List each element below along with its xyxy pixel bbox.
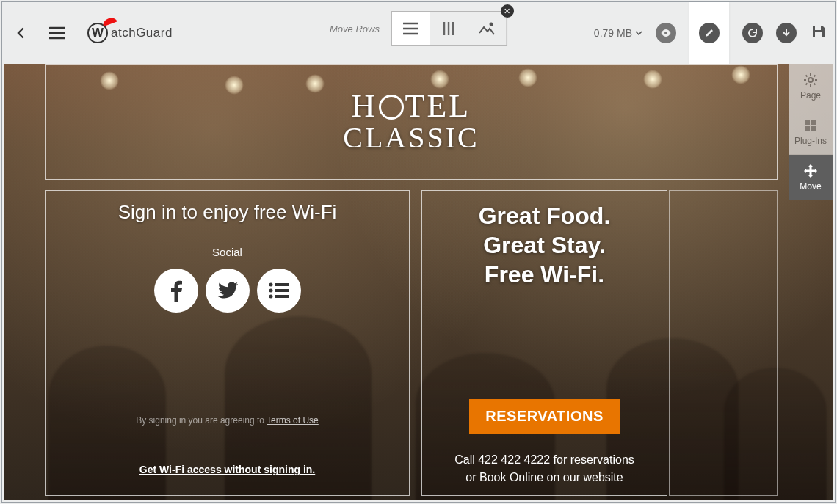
seg-columns[interactable] (430, 12, 468, 45)
refresh-button[interactable] (742, 23, 763, 43)
call-text: Call 422 422 4222 for reservations or Bo… (422, 451, 667, 486)
toolbar-right: 0.79 MB (594, 2, 827, 64)
seg-media[interactable] (468, 12, 507, 45)
agree-text: By signing in you are agreeing to Terms … (46, 415, 409, 426)
chevron-down-icon (635, 31, 642, 35)
hero-title: HTEL CLASSIC (343, 90, 479, 153)
menu-button[interactable] (46, 22, 68, 44)
hero-o-icon (379, 95, 404, 120)
svg-point-6 (269, 289, 272, 293)
promo-line-1: Great Food. (422, 201, 667, 230)
plugin-icon (803, 118, 818, 133)
promo-line-2: Great Stay. (422, 230, 667, 260)
page-size-dropdown[interactable]: 0.79 MB (594, 27, 642, 39)
svg-rect-11 (805, 120, 810, 125)
svg-point-8 (269, 295, 272, 299)
bypass-link[interactable]: Get Wi-Fi access without signing in. (46, 464, 409, 475)
editor-toolbar: W atchGuard Move Rows ✕ 0.79 MB (2, 2, 835, 64)
side-plugins[interactable]: Plug-Ins (789, 109, 833, 155)
hero-line2: CLASSIC (343, 123, 479, 153)
svg-rect-2 (815, 26, 821, 30)
toolbar-center: Move Rows ✕ (330, 11, 507, 46)
facebook-button[interactable] (154, 269, 198, 313)
signin-block[interactable]: Sign in to enjoy free Wi-Fi Social By si… (45, 190, 410, 496)
svg-point-0 (490, 23, 493, 26)
save-button[interactable] (810, 23, 827, 43)
hero-line1a: H (352, 88, 377, 124)
svg-rect-12 (811, 120, 816, 125)
svg-rect-7 (275, 289, 289, 292)
layout-segmented-control: ✕ (391, 11, 507, 46)
agree-prefix: By signing in you are agreeing to (136, 415, 267, 426)
svg-rect-5 (275, 283, 289, 286)
svg-point-1 (664, 32, 667, 34)
preview-canvas: HTEL CLASSIC Sign in to enjoy free Wi-Fi… (4, 64, 833, 500)
svg-rect-3 (815, 32, 822, 37)
empty-side-block[interactable] (669, 190, 778, 496)
page-size-value: 0.79 MB (594, 27, 632, 39)
gear-icon (803, 73, 818, 87)
toolbar-left: W atchGuard (10, 22, 173, 44)
back-button[interactable] (10, 22, 32, 44)
side-page[interactable]: Page (789, 64, 833, 109)
download-button[interactable] (776, 23, 797, 43)
preview-button[interactable] (656, 23, 676, 43)
side-panel: Page Plug-Ins Move (789, 64, 833, 200)
promo-line-3: Free Wi-Fi. (422, 260, 667, 289)
twitter-button[interactable] (206, 269, 250, 313)
signin-title: Sign in to enjoy free Wi-Fi (46, 201, 409, 224)
side-plugins-label: Plug-Ins (794, 136, 827, 146)
side-move[interactable]: Move (789, 155, 833, 200)
terms-link[interactable]: Terms of Use (267, 415, 319, 426)
brand-text: atchGuard (111, 26, 173, 40)
seg-rows[interactable] (392, 12, 430, 45)
side-page-label: Page (800, 90, 821, 101)
svg-rect-16 (806, 169, 815, 172)
move-icon (803, 164, 818, 178)
hero-header-block[interactable]: HTEL CLASSIC (45, 64, 778, 180)
svg-rect-9 (275, 295, 289, 298)
call-line-2: or Book Online on our website (422, 469, 667, 486)
seg-close-icon[interactable]: ✕ (501, 4, 514, 18)
move-rows-label: Move Rows (330, 23, 380, 34)
svg-point-4 (269, 283, 272, 287)
social-label: Social (46, 246, 409, 258)
hero-line1b: TEL (405, 88, 471, 124)
brand-w-icon: W (87, 23, 108, 43)
edit-mode-button[interactable] (689, 2, 729, 64)
svg-point-10 (808, 78, 813, 82)
svg-rect-14 (811, 126, 816, 131)
side-move-label: Move (800, 181, 821, 191)
brand-logo: W atchGuard (87, 23, 173, 43)
social-row (46, 269, 409, 313)
promo-lines: Great Food. Great Stay. Free Wi-Fi. (422, 201, 667, 289)
promo-block[interactable]: Great Food. Great Stay. Free Wi-Fi. RESE… (421, 190, 667, 496)
call-line-1: Call 422 422 4222 for reservations (422, 451, 667, 469)
svg-rect-13 (805, 126, 810, 131)
list-button[interactable] (257, 269, 301, 313)
reservations-button[interactable]: RESERVATIONS (469, 399, 619, 434)
